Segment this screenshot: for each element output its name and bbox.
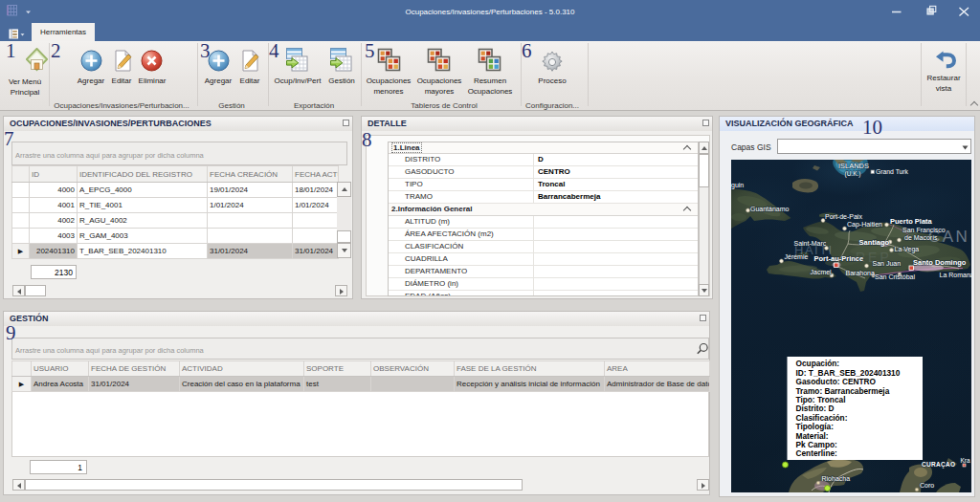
svg-text:CURAÇAO: CURAÇAO [922,461,955,469]
svg-text:guin: guin [731,182,744,189]
svg-text:Coro: Coro [920,482,934,489]
svg-text:Jacmel: Jacmel [811,269,833,275]
svg-text:Jérémie: Jérémie [785,253,809,260]
svg-text:Kra: Kra [961,457,971,464]
svg-text:(U.K.): (U.K.) [845,170,861,178]
svg-text:La Romana: La Romana [940,272,972,278]
svg-text:Santiago: Santiago [859,238,890,247]
svg-text:Guantánamo: Guantánamo [750,206,790,212]
svg-text:San Juan: San Juan [873,260,902,267]
svg-text:de Macorís: de Macorís [904,234,938,241]
svg-text:Riohacha: Riohacha [822,475,851,482]
svg-text:Port-de-Paix: Port-de-Paix [825,213,862,220]
svg-text:San Cristóbal: San Cristóbal [875,273,915,280]
svg-text:San Francisco: San Francisco [902,227,946,233]
svg-text:Puerto Plata: Puerto Plata [890,217,933,226]
svg-text:Grand Turk: Grand Turk [876,168,909,175]
svg-text:ISLANDS: ISLANDS [838,162,869,170]
svg-text:Port-au-Prince: Port-au-Prince [814,254,864,263]
svg-text:Centerline:: Centerline: [796,448,837,458]
svg-text:Saint-Marc: Saint-Marc [794,240,827,247]
svg-text:Cap-Haitien: Cap-Haitien [847,221,882,229]
svg-text:Santo Domingo: Santo Domingo [913,258,967,267]
svg-text:Barahona: Barahona [846,270,875,276]
svg-text:La Vega: La Vega [895,246,920,253]
